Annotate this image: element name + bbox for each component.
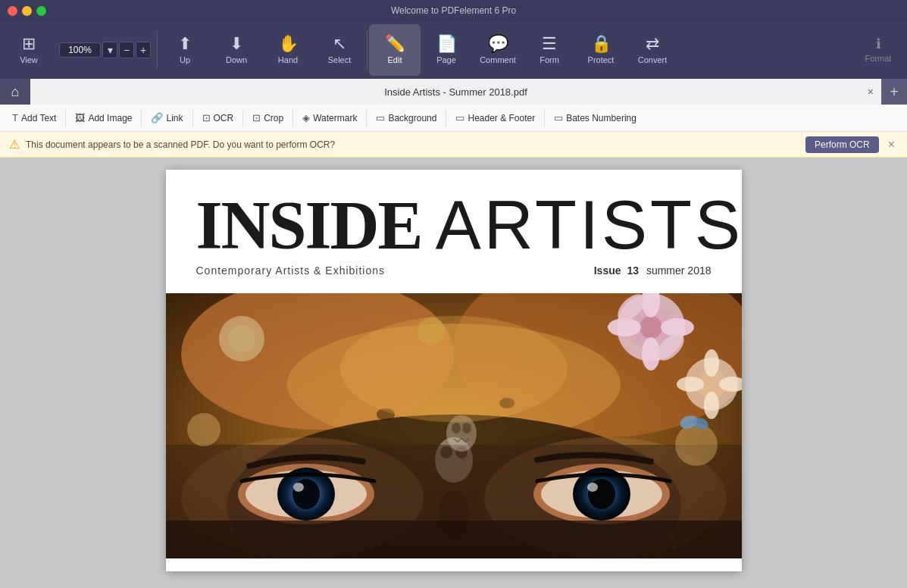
svg-point-40: [675, 424, 718, 466]
minimize-button[interactable]: [22, 6, 32, 16]
ocr-warning-icon: ⚠: [9, 137, 20, 152]
cover-artwork: [166, 293, 742, 558]
svg-point-43: [452, 423, 461, 433]
down-icon: ⬇: [230, 36, 243, 52]
ocr-icon: ⊡: [202, 112, 211, 124]
svg-point-39: [187, 413, 220, 446]
select-label: Select: [328, 55, 352, 64]
edit-divider-5: [292, 110, 293, 127]
magazine-subtitle: Contemporary Artists & Exhibitions: [196, 264, 386, 277]
svg-point-37: [587, 483, 598, 492]
edit-divider-4: [242, 110, 243, 127]
edit-divider-1: [65, 110, 66, 127]
down-label: Down: [226, 55, 247, 64]
toolbar-convert[interactable]: ⇄ Convert: [627, 24, 678, 76]
comment-label: Comment: [480, 55, 516, 64]
doc-tab-title: Inside Artists - Summer 2018.pdf: [384, 86, 527, 98]
toolbar-down[interactable]: ⬇ Down: [211, 24, 262, 76]
tab-close-button[interactable]: ×: [868, 86, 874, 98]
close-button[interactable]: [8, 6, 17, 16]
toolbar-page[interactable]: 📄 Page: [421, 24, 472, 76]
pdf-document-page: INSIDE ARTISTS Contemporary Artists & Ex…: [166, 170, 742, 571]
toolbar-edit[interactable]: ✏️ Edit: [369, 24, 421, 76]
up-label: Up: [180, 55, 190, 64]
svg-point-21: [228, 325, 255, 352]
add-text-icon: T: [12, 112, 18, 124]
add-tab-icon: +: [890, 83, 899, 101]
main-content-area: INSIDE ARTISTS Contemporary Artists & Ex…: [0, 158, 907, 588]
header-footer-label: Header & Footer: [468, 113, 535, 124]
bates-numbering-tool[interactable]: ▭ Bates Numbering: [548, 110, 643, 126]
zoom-increase-btn[interactable]: +: [136, 42, 151, 58]
titlebar: Welcome to PDFelement 6 Pro: [0, 0, 907, 21]
protect-icon: 🔒: [591, 36, 611, 52]
format-label: Format: [865, 54, 892, 63]
header-footer-tool[interactable]: ▭ Header & Footer: [449, 110, 541, 126]
new-tab-button[interactable]: +: [881, 79, 907, 105]
add-image-tool[interactable]: 🖼 Add Image: [69, 110, 138, 126]
window-controls: [0, 6, 46, 16]
watermark-label: Watermark: [313, 113, 357, 124]
home-tab[interactable]: ⌂: [0, 79, 30, 105]
perform-ocr-button[interactable]: Perform OCR: [805, 136, 879, 153]
edit-divider-7: [446, 110, 446, 127]
add-text-label: Add Text: [21, 113, 56, 124]
svg-point-18: [677, 377, 704, 392]
document-tab[interactable]: Inside Artists - Summer 2018.pdf ×: [30, 79, 881, 105]
add-text-tool[interactable]: T Add Text: [6, 110, 62, 126]
link-tool[interactable]: 🔗 Link: [145, 110, 189, 126]
zoom-control: 100% ▾ − +: [59, 42, 151, 58]
toolbar-form[interactable]: ☰ Form: [524, 24, 575, 76]
ocr-message: This document appears to be a scanned PD…: [26, 139, 799, 150]
form-label: Form: [540, 55, 559, 64]
crop-icon: ⊡: [252, 112, 261, 124]
issue-label: Issue: [594, 264, 621, 277]
svg-point-16: [704, 349, 719, 377]
zoom-display[interactable]: 100%: [59, 42, 101, 58]
up-icon: ⬆: [178, 36, 192, 52]
tabbar: ⌂ Inside Artists - Summer 2018.pdf × +: [0, 79, 907, 105]
ocr-notification-bar: ⚠ This document appears to be a scanned …: [0, 132, 907, 158]
toolbar-up[interactable]: ⬆ Up: [159, 24, 211, 76]
bates-numbering-icon: ▭: [554, 112, 563, 124]
view-label: View: [20, 55, 38, 64]
svg-point-32: [293, 483, 304, 492]
toolbar-format[interactable]: ℹ Format: [852, 24, 904, 76]
page-label: Page: [436, 55, 456, 64]
magazine-issue: Issue 13 summer 2018: [594, 264, 712, 277]
background-tool[interactable]: ▭ Background: [370, 110, 443, 126]
svg-point-17: [704, 392, 719, 419]
svg-point-7: [640, 316, 662, 339]
zoom-decrease-btn[interactable]: −: [119, 42, 134, 58]
view-icon: ⊞: [22, 36, 36, 52]
toolbar-select[interactable]: ↖ Select: [314, 24, 365, 76]
link-label: Link: [166, 113, 183, 124]
svg-point-47: [340, 316, 568, 422]
toolbar-comment[interactable]: 💬 Comment: [472, 24, 524, 76]
hand-label: Hand: [278, 55, 298, 64]
toolbar-hand[interactable]: ✋ Hand: [262, 24, 314, 76]
zoom-dropdown-btn[interactable]: ▾: [102, 42, 117, 58]
add-image-icon: 🖼: [75, 112, 85, 124]
add-image-label: Add Image: [88, 113, 132, 124]
edit-divider-2: [141, 110, 142, 127]
convert-label: Convert: [638, 55, 668, 64]
svg-point-44: [462, 423, 471, 433]
crop-tool[interactable]: ⊡ Crop: [246, 110, 289, 126]
issue-number: 13: [627, 264, 639, 277]
ocr-tool[interactable]: ⊡ OCR: [196, 110, 240, 126]
edit-toolbar: T Add Text 🖼 Add Image 🔗 Link ⊡ OCR ⊡ Cr…: [0, 105, 907, 132]
ocr-bar-close-button[interactable]: ×: [885, 138, 898, 152]
toolbar-view[interactable]: ⊞ View: [3, 24, 55, 76]
protect-label: Protect: [588, 55, 615, 64]
edit-icon: ✏️: [385, 36, 405, 52]
form-icon: ☰: [542, 36, 557, 52]
watermark-tool[interactable]: ◈ Watermark: [296, 110, 363, 126]
toolbar-protect[interactable]: 🔒 Protect: [575, 24, 627, 76]
pdf-title-line: INSIDE ARTISTS: [196, 191, 712, 260]
select-icon: ↖: [333, 36, 346, 52]
comment-icon: 💬: [488, 36, 508, 52]
maximize-button[interactable]: [36, 6, 46, 16]
home-icon: ⌂: [11, 84, 20, 100]
magazine-cover-image: [166, 293, 742, 558]
